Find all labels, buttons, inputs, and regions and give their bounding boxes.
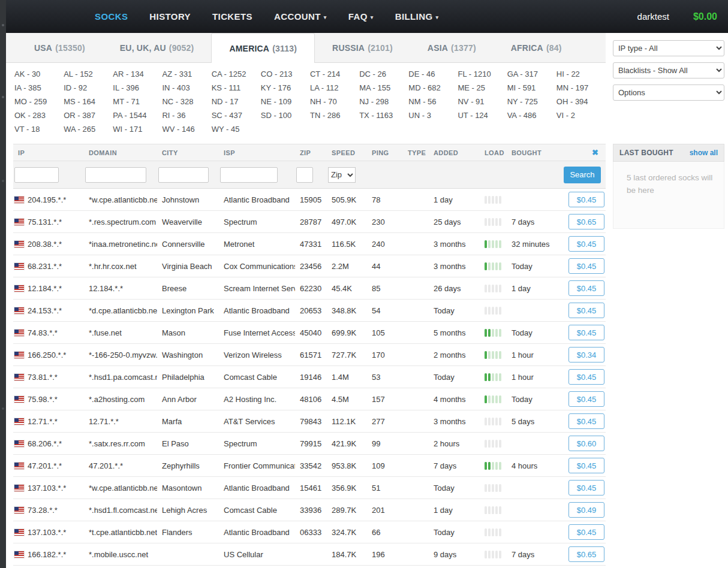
state-filter-ca[interactable]: CA - 1252 <box>212 67 261 81</box>
added-cell: 3 months <box>429 417 480 426</box>
show-all-link[interactable]: show all <box>690 149 718 157</box>
balance[interactable]: $0.00 <box>693 11 717 22</box>
state-filter-ks[interactable]: KS - 111 <box>212 81 261 95</box>
state-filter-hi[interactable]: HI - 22 <box>556 67 606 81</box>
state-filter-mo[interactable]: MO - 259 <box>14 95 64 108</box>
state-filter-wa[interactable]: WA - 265 <box>64 122 113 136</box>
nav-item-socks[interactable]: SOCKS <box>95 11 128 22</box>
tab-asia[interactable]: ASIA(1377) <box>410 33 494 62</box>
state-filter-ia[interactable]: IA - 385 <box>14 81 64 95</box>
state-filter-tx[interactable]: TX - 1163 <box>359 108 408 122</box>
nav-item-tickets[interactable]: TICKETS <box>212 11 252 22</box>
state-filter-la[interactable]: LA - 112 <box>310 81 359 95</box>
state-filter-oh[interactable]: OH - 394 <box>556 95 606 108</box>
load-bar <box>485 285 487 292</box>
search-button[interactable]: Search <box>564 167 601 183</box>
state-filter-fl[interactable]: FL - 1210 <box>458 67 507 81</box>
state-filter-ri[interactable]: RI - 36 <box>162 108 211 122</box>
buy-button[interactable]: $0.45 <box>568 369 604 385</box>
state-filter-mt[interactable]: MT - 71 <box>113 95 162 108</box>
state-filter-md[interactable]: MD - 682 <box>408 81 458 95</box>
nav-item-faq[interactable]: FAQ▾ <box>348 11 374 22</box>
state-filter-wv[interactable]: WV - 146 <box>162 122 211 136</box>
state-filter-nh[interactable]: NH - 70 <box>310 95 359 108</box>
state-filter-ak[interactable]: AK - 30 <box>14 67 64 81</box>
state-filter-sd[interactable]: SD - 100 <box>261 108 310 122</box>
zip-type-select[interactable]: Zip <box>328 167 356 183</box>
state-filter-id[interactable]: ID - 92 <box>64 81 113 95</box>
state-filter-co[interactable]: CO - 213 <box>261 67 310 81</box>
buy-button[interactable]: $0.65 <box>568 546 604 562</box>
domain-search-input[interactable] <box>85 167 146 183</box>
nav-item-account[interactable]: ACCOUNT▾ <box>274 11 327 22</box>
state-filter-ms[interactable]: MS - 164 <box>64 95 113 108</box>
load-bar <box>495 262 498 270</box>
state-filter-de[interactable]: DE - 46 <box>408 67 458 81</box>
state-filter-il[interactable]: IL - 396 <box>113 81 162 95</box>
load-bar <box>495 506 498 514</box>
state-filter-dc[interactable]: DC - 26 <box>359 67 408 81</box>
state-filter-wi[interactable]: WI - 171 <box>113 122 162 136</box>
isp-search-input[interactable] <box>220 167 278 183</box>
city-search-input[interactable] <box>158 167 209 183</box>
buy-button[interactable]: $0.45 <box>568 280 604 296</box>
state-filter-nv[interactable]: NV - 91 <box>458 95 507 108</box>
state-filter-ar[interactable]: AR - 134 <box>113 67 162 81</box>
nav-item-history[interactable]: HISTORY <box>149 11 191 22</box>
state-filter-ct[interactable]: CT - 214 <box>310 67 359 81</box>
tab-russia[interactable]: RUSSIA(2101) <box>315 33 410 62</box>
buy-button[interactable]: $0.45 <box>568 391 604 407</box>
username[interactable]: darktest <box>637 11 669 22</box>
state-filter-va[interactable]: VA - 486 <box>507 108 556 122</box>
buy-button[interactable]: $0.65 <box>568 214 604 229</box>
state-filter-tn[interactable]: TN - 286 <box>310 108 359 122</box>
buy-button[interactable]: $0.45 <box>568 480 604 496</box>
state-filter-in[interactable]: IN - 403 <box>162 81 211 95</box>
blacklists-select[interactable]: Blacklists - Show All <box>613 62 724 78</box>
buy-button[interactable]: $0.45 <box>568 413 604 429</box>
state-filter-vt[interactable]: VT - 18 <box>14 122 64 136</box>
state-filter-az[interactable]: AZ - 331 <box>162 67 211 81</box>
state-filter-nd[interactable]: ND - 17 <box>212 95 261 108</box>
buy-button[interactable]: $0.45 <box>568 458 604 473</box>
state-filter-mi[interactable]: MI - 591 <box>507 81 556 95</box>
state-filter-sc[interactable]: SC - 437 <box>212 108 261 122</box>
buy-button[interactable]: $0.45 <box>568 236 604 252</box>
buy-button[interactable]: $0.45 <box>568 524 604 540</box>
state-filter-nj[interactable]: NJ - 298 <box>359 95 408 108</box>
close-filters-icon[interactable]: ✖ <box>592 148 606 157</box>
state-filter-ne[interactable]: NE - 109 <box>261 95 310 108</box>
state-filter-ok[interactable]: OK - 283 <box>14 108 64 122</box>
state-filter-nc[interactable]: NC - 328 <box>162 95 211 108</box>
state-filter-ma[interactable]: MA - 155 <box>359 81 408 95</box>
buy-button[interactable]: $0.60 <box>568 436 604 451</box>
zip-search-input[interactable] <box>296 167 313 183</box>
state-filter-vi[interactable]: VI - 2 <box>556 108 606 122</box>
buy-button[interactable]: $0.45 <box>568 325 604 340</box>
state-filter-mn[interactable]: MN - 197 <box>556 81 606 95</box>
state-filter-pa[interactable]: PA - 1544 <box>113 108 162 122</box>
state-filter-ga[interactable]: GA - 317 <box>507 67 556 81</box>
tab-africa[interactable]: AFRICA(84) <box>494 33 579 62</box>
state-filter-nm[interactable]: NM - 56 <box>408 95 458 108</box>
tab-usa[interactable]: USA(15350) <box>17 33 103 62</box>
buy-button[interactable]: $0.45 <box>568 303 604 318</box>
options-select[interactable]: Options <box>613 84 724 101</box>
state-filter-al[interactable]: AL - 152 <box>64 67 113 81</box>
buy-button[interactable]: $0.45 <box>568 192 604 207</box>
buy-button[interactable]: $0.45 <box>568 258 604 274</box>
state-filter-ky[interactable]: KY - 176 <box>261 81 310 95</box>
ip-search-input[interactable] <box>14 167 59 183</box>
state-filter-me[interactable]: ME - 25 <box>458 81 507 95</box>
nav-item-billing[interactable]: BILLING▾ <box>395 11 439 22</box>
buy-button[interactable]: $0.34 <box>568 347 604 362</box>
buy-button[interactable]: $0.49 <box>568 502 604 518</box>
tab-eu-uk-au[interactable]: EU, UK, AU(9052) <box>103 33 212 62</box>
ip-type-select[interactable]: IP type - All <box>613 40 724 56</box>
tab-america[interactable]: AMERICA(3113) <box>211 33 315 63</box>
state-filter-ny[interactable]: NY - 725 <box>507 95 556 108</box>
state-filter-ut[interactable]: UT - 124 <box>458 108 507 122</box>
state-filter-wy[interactable]: WY - 45 <box>212 122 261 136</box>
state-filter-or[interactable]: OR - 387 <box>64 108 113 122</box>
state-filter-un[interactable]: UN - 3 <box>408 108 458 122</box>
